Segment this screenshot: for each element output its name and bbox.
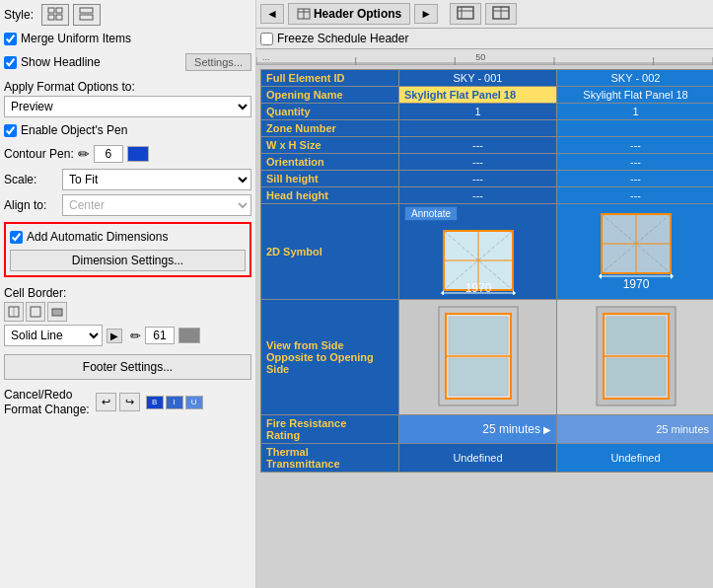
side-view-row: View from SideOpposite to OpeningSide <box>261 300 714 415</box>
scale-select[interactable]: To Fit 1:50 1:100 <box>62 169 251 190</box>
format-icon-3[interactable]: U <box>185 396 203 409</box>
svg-rect-2 <box>48 15 54 20</box>
scale-row: Scale: To Fit 1:50 1:100 <box>4 169 251 190</box>
thermal-label: ThermalTransmittance <box>261 444 399 473</box>
merge-uniform-row: Merge Uniform Items <box>4 30 251 47</box>
table-row: Sill height --- --- <box>261 171 714 187</box>
freeze-schedule-checkbox[interactable] <box>260 33 273 45</box>
symbol-row: 2D Symbol Annotate <box>261 204 714 300</box>
undo-redo-group: ↩ ↪ <box>96 393 140 411</box>
side-view-label: View from SideOpposite to OpeningSide <box>261 300 399 415</box>
undo-button[interactable]: ↩ <box>96 393 116 411</box>
format-icon-2[interactable]: I <box>166 396 183 409</box>
symbol-svg-2: 1970 <box>597 209 676 293</box>
table-row: W x H Size --- --- <box>261 137 714 154</box>
freeze-row: Freeze Schedule Header <box>256 29 713 49</box>
pen-num-2-input[interactable] <box>145 327 175 344</box>
apply-format-select[interactable]: Preview All Selected <box>4 96 251 117</box>
style-grid-small-btn[interactable] <box>41 4 69 26</box>
row-val-orient-1: --- <box>399 154 557 171</box>
format-icon-1[interactable]: B <box>146 396 164 409</box>
enable-pen-checkbox[interactable] <box>4 124 17 137</box>
dim-settings-button[interactable]: Dimension Settings... <box>10 250 246 271</box>
cancel-col: Cancel/Redo Format Change: <box>4 388 90 416</box>
svg-rect-3 <box>56 15 62 20</box>
show-headline-label: Show Headline <box>21 55 101 69</box>
add-dim-checkbox[interactable] <box>10 231 23 244</box>
row-label-opening-name: Opening Name <box>261 87 399 104</box>
left-panel: Style: Merge Uniform Items Show Headline… <box>0 0 256 588</box>
ruler-area: ... 50 <box>256 49 713 65</box>
symbol-svg-1: 1970 <box>439 226 518 295</box>
cell-border-section: Cell Border: Solid Line ▶ ✏ <box>4 283 251 346</box>
toolbar-icon-btn-2[interactable] <box>485 3 517 25</box>
toolbar-icon-btn-1[interactable] <box>450 3 481 25</box>
row-label-quantity: Quantity <box>261 104 399 120</box>
svg-text:1970: 1970 <box>464 281 491 295</box>
header-options-label: Header Options <box>314 7 401 21</box>
row-label-orientation: Orientation <box>261 154 399 171</box>
row-val-qty-2: 1 <box>557 104 714 120</box>
enable-pen-row: Enable Object's Pen <box>4 121 251 139</box>
dimensions-box: Add Automatic Dimensions Dimension Setti… <box>4 222 251 277</box>
side-view-cell-2 <box>557 300 714 415</box>
thermal-val-2: Undefined <box>557 444 714 473</box>
add-dim-row: Add Automatic Dimensions <box>10 228 246 246</box>
align-select[interactable]: Center Left Right <box>62 194 251 216</box>
side-view-svg-2 <box>592 302 680 410</box>
merge-uniform-checkbox[interactable] <box>4 33 17 45</box>
svg-rect-4 <box>80 8 93 13</box>
svg-marker-41 <box>599 273 602 279</box>
border-icon-btn-1[interactable] <box>4 302 24 322</box>
table-container[interactable]: Full Element ID SKY - 001 SKY - 002 Open… <box>256 65 713 588</box>
contour-pen-input[interactable] <box>94 145 123 163</box>
table-row: Zone Number <box>261 120 714 137</box>
ruler-dots: ... <box>262 52 270 62</box>
border-icon-btn-3[interactable] <box>47 302 67 322</box>
pen-color-swatch[interactable] <box>127 146 149 162</box>
format-icons-group: B I U <box>146 396 203 409</box>
row-val-sku002-id: SKY - 002 <box>557 70 714 87</box>
header-options-btn[interactable]: Header Options <box>288 3 410 25</box>
align-label: Align to: <box>4 198 58 212</box>
side-view-svg-1 <box>434 302 523 410</box>
svg-rect-0 <box>48 8 54 13</box>
cancel-redo-row: Cancel/Redo Format Change: ↩ ↪ B I U <box>4 388 251 416</box>
border-icons <box>4 302 67 322</box>
annotate-button[interactable]: Annotate <box>404 206 458 221</box>
pen-color-swatch-2[interactable] <box>178 328 200 343</box>
apply-format-label: Apply Format Options to: <box>4 80 251 94</box>
row-label-wh: W x H Size <box>261 137 399 154</box>
style-row: Style: <box>4 4 251 26</box>
show-headline-checkbox[interactable] <box>4 56 17 69</box>
solid-line-select[interactable]: Solid Line <box>4 325 103 346</box>
svg-rect-1 <box>56 8 62 13</box>
solid-line-row: Solid Line ▶ ✏ <box>4 325 251 346</box>
redo-button[interactable]: ↪ <box>119 393 140 411</box>
border-icon-btn-2[interactable] <box>26 302 45 322</box>
fire-label: Fire ResistanceRating <box>261 415 399 444</box>
scale-label: Scale: <box>4 173 58 186</box>
style-grid-large-btn[interactable] <box>73 4 101 26</box>
format-change-label: Format Change: <box>4 403 90 416</box>
settings-button[interactable]: Settings... <box>185 53 251 71</box>
footer-settings-button[interactable]: Footer Settings... <box>4 354 251 380</box>
pen-icon-2: ✏ <box>130 329 141 343</box>
svg-rect-5 <box>80 15 93 20</box>
cancel-redo-label: Cancel/Redo <box>4 388 90 402</box>
nav-right-button[interactable]: ► <box>414 4 438 24</box>
row-label-head: Head height <box>261 187 399 204</box>
apply-format-section: Apply Format Options to: Preview All Sel… <box>4 77 251 117</box>
symbol-cell-2: 1970 <box>557 204 714 300</box>
ruler-50: 50 <box>475 52 485 62</box>
fire-arrow-icon: ▶ <box>543 424 551 435</box>
table-row: Head height --- --- <box>261 187 714 204</box>
cell-border-label: Cell Border: <box>4 286 251 300</box>
enable-pen-label: Enable Object's Pen <box>21 123 127 137</box>
symbol-cell-1: Annotate 197 <box>399 204 557 300</box>
solid-line-arrow[interactable]: ▶ <box>107 329 122 343</box>
row-val-orient-2: --- <box>557 154 714 171</box>
thermal-row: ThermalTransmittance Undefined Undefined <box>261 444 714 473</box>
nav-left-button[interactable]: ◄ <box>260 4 284 24</box>
row-val-wh-2: --- <box>557 137 714 154</box>
